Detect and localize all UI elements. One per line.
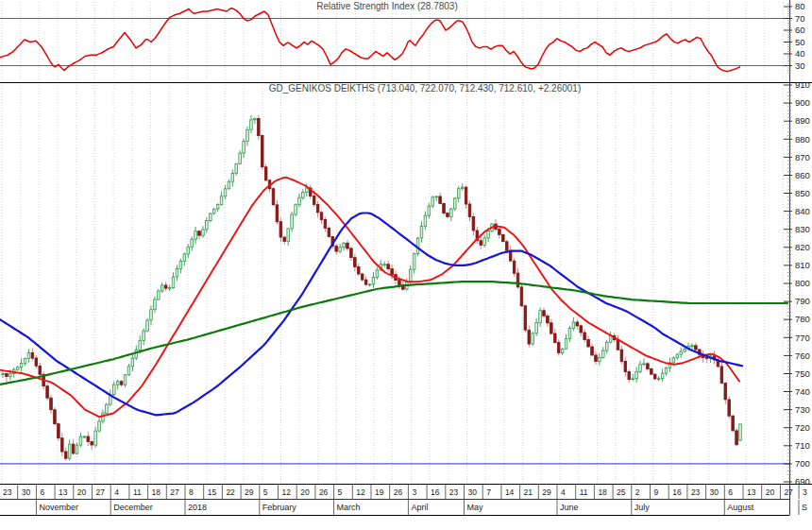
candle bbox=[343, 242, 346, 250]
month-label: March bbox=[337, 503, 361, 512]
candle bbox=[46, 383, 49, 401]
candle bbox=[431, 196, 434, 208]
day-tick-label: 27 bbox=[96, 487, 106, 497]
candle bbox=[657, 376, 660, 381]
candle bbox=[261, 134, 263, 169]
price-axis-label: 810 bbox=[795, 260, 810, 270]
rsi-axis-label: 50 bbox=[795, 37, 805, 47]
candle bbox=[187, 244, 190, 258]
day-tick-label: 27 bbox=[170, 487, 179, 497]
candle bbox=[339, 244, 342, 253]
candle bbox=[368, 283, 371, 287]
rsi-axis-label: 60 bbox=[795, 25, 805, 35]
candle bbox=[435, 196, 438, 201]
candle bbox=[447, 212, 449, 218]
candle bbox=[476, 227, 479, 244]
day-tick-label: 4 bbox=[114, 487, 119, 497]
day-tick-label: 4 bbox=[561, 487, 566, 497]
day-tick-label: 18 bbox=[152, 487, 161, 497]
ma-slow-layer bbox=[0, 282, 787, 385]
rsi-axis-label: 80 bbox=[795, 1, 805, 11]
candle bbox=[599, 353, 601, 366]
rsi-axis-label: 70 bbox=[795, 13, 805, 24]
price-axis-label: 890 bbox=[795, 115, 810, 126]
month-label: August bbox=[727, 503, 754, 512]
candle bbox=[676, 353, 679, 360]
candle bbox=[565, 334, 567, 350]
day-tick-label: 6 bbox=[40, 487, 44, 497]
candle bbox=[309, 185, 312, 199]
candle bbox=[728, 396, 731, 419]
candle bbox=[736, 428, 738, 446]
candle bbox=[316, 201, 319, 218]
day-tick-label: 21 bbox=[524, 487, 533, 497]
day-tick-label: 26 bbox=[394, 487, 403, 497]
candle bbox=[179, 259, 182, 274]
chart-canvas: 8070605040309109008908808708608508408308… bbox=[0, 0, 812, 530]
candle bbox=[58, 422, 60, 441]
candle bbox=[195, 227, 197, 245]
candle bbox=[72, 439, 75, 455]
candle bbox=[60, 433, 63, 456]
candle bbox=[258, 115, 261, 140]
candle bbox=[224, 185, 227, 199]
price-axis-label: 900 bbox=[795, 97, 810, 108]
candle bbox=[668, 358, 671, 372]
candle bbox=[561, 348, 564, 355]
candle bbox=[454, 197, 457, 212]
day-tick-label: 3 bbox=[803, 487, 807, 497]
day-tick-label: 3 bbox=[412, 487, 416, 497]
candle bbox=[335, 244, 338, 254]
candle bbox=[439, 193, 442, 204]
price-axis-label: 730 bbox=[795, 404, 810, 415]
candle bbox=[27, 349, 30, 362]
rsi-axis-label: 40 bbox=[795, 48, 805, 59]
candle bbox=[158, 289, 161, 300]
day-tick-label: 8 bbox=[189, 487, 194, 497]
day-tick-label: 23 bbox=[3, 487, 12, 497]
candle bbox=[420, 222, 423, 243]
candle bbox=[264, 164, 267, 181]
price-axis-label: 860 bbox=[795, 170, 810, 180]
price-axis-label: 770 bbox=[795, 333, 810, 343]
candle bbox=[450, 208, 453, 222]
day-tick-label: 11 bbox=[580, 487, 588, 497]
candle bbox=[509, 246, 512, 262]
candle bbox=[183, 252, 186, 265]
candle bbox=[50, 395, 53, 414]
day-tick-label: 25 bbox=[617, 487, 626, 497]
candle bbox=[535, 318, 538, 336]
candle bbox=[202, 226, 205, 237]
candle bbox=[691, 343, 694, 349]
candle bbox=[250, 115, 253, 133]
candle bbox=[6, 373, 8, 382]
candle bbox=[220, 192, 223, 206]
day-tick-label: 13 bbox=[747, 487, 756, 497]
date-axis: 2330613202741118278152229512202651219263… bbox=[3, 485, 807, 515]
candle bbox=[499, 228, 501, 239]
candle bbox=[291, 212, 294, 231]
candle bbox=[79, 433, 82, 448]
price-axis-label: 710 bbox=[795, 440, 810, 451]
day-tick-label: 18 bbox=[598, 487, 607, 497]
rsi-level-lines bbox=[0, 19, 789, 66]
month-label: S bbox=[802, 503, 807, 512]
day-tick-label: 14 bbox=[505, 487, 515, 497]
price-axis-label: 850 bbox=[795, 188, 810, 198]
day-tick-label: 16 bbox=[672, 487, 682, 497]
price-axis-label: 790 bbox=[795, 296, 810, 306]
candle bbox=[595, 351, 598, 365]
day-tick-label: 16 bbox=[431, 487, 440, 497]
candle bbox=[176, 265, 178, 281]
candle bbox=[191, 236, 194, 250]
day-tick-label: 7 bbox=[486, 487, 491, 497]
month-label: April bbox=[411, 503, 428, 512]
day-tick-label: 23 bbox=[449, 487, 459, 497]
candle bbox=[732, 415, 735, 432]
candle bbox=[354, 254, 357, 272]
candle bbox=[206, 217, 209, 233]
day-tick-label: 22 bbox=[226, 487, 235, 497]
day-tick-label: 30 bbox=[710, 487, 719, 497]
price-axis-label: 700 bbox=[795, 458, 810, 469]
candle bbox=[680, 348, 683, 358]
